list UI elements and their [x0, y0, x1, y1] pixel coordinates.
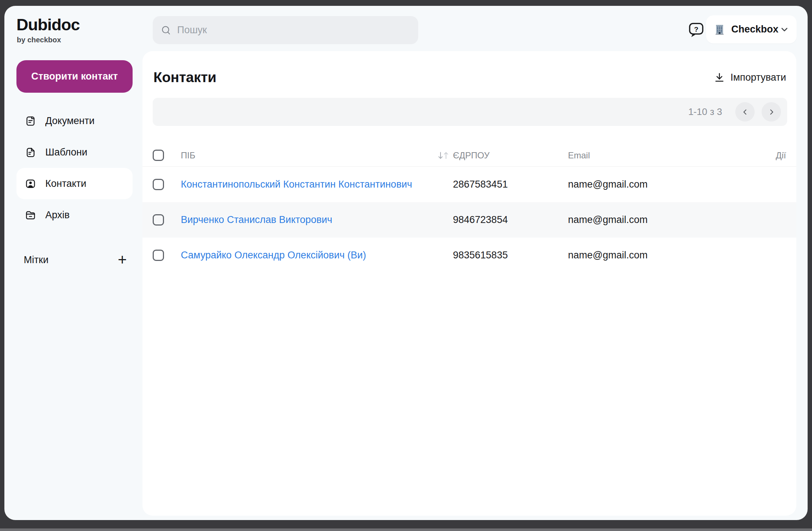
table-header-row: ПІБ	[142, 144, 796, 167]
contact-email: name@gmail.com	[568, 179, 786, 190]
contact-icon	[25, 178, 36, 189]
archive-folder-icon	[25, 209, 36, 221]
table-row: Вирченко Станислав Викторович 9846723854…	[142, 202, 796, 238]
desktop-background: Dubidoc by checkbox Створити контакт Док…	[0, 0, 812, 531]
sidebar: Dubidoc by checkbox Створити контакт Док…	[4, 6, 142, 520]
help-button[interactable]: ?	[688, 21, 705, 38]
create-contact-button[interactable]: Створити контакт	[16, 60, 133, 93]
tags-section: Мітки +	[24, 250, 127, 270]
contacts-panel: Контакти Імпортувати 1-10 з 3	[142, 51, 796, 516]
contact-name-link[interactable]: Самурайко Олександр Олексійович (Ви)	[181, 250, 366, 261]
contact-email: name@gmail.com	[568, 250, 786, 261]
sidebar-item-label: Архів	[45, 209, 70, 221]
import-label: Імпортувати	[731, 72, 786, 83]
contact-edrpou: 9835615835	[453, 250, 568, 261]
contacts-table: ПІБ	[142, 144, 796, 273]
panel-header: Контакти Імпортувати	[142, 51, 796, 91]
contact-edrpou: 2867583451	[453, 179, 568, 190]
sidebar-item-contacts[interactable]: Контакти	[16, 168, 133, 199]
column-header-email: Email	[568, 150, 776, 161]
sidebar-nav: Документи Шаблони	[16, 105, 133, 231]
svg-text:?: ?	[694, 26, 698, 33]
contact-email: name@gmail.com	[568, 214, 786, 226]
table-row: Самурайко Олександр Олексійович (Ви) 983…	[142, 238, 796, 273]
document-icon	[25, 115, 36, 127]
select-all-checkbox[interactable]	[153, 150, 164, 161]
account-name: Checkbox	[731, 24, 778, 35]
chevron-down-icon	[779, 24, 789, 34]
table-row: Константинопольский Константин Константи…	[142, 167, 796, 202]
chevron-right-icon	[767, 108, 775, 116]
column-header-actions: Дії	[776, 150, 786, 161]
page-title: Контакти	[153, 69, 216, 85]
sort-icon[interactable]	[437, 151, 450, 160]
sidebar-item-label: Документи	[45, 115, 95, 127]
sidebar-item-label: Шаблони	[45, 147, 87, 158]
column-header-edrpou: ЄДРПОУ	[453, 150, 568, 161]
add-tag-button[interactable]: +	[118, 252, 127, 268]
pagination-bar: 1-10 з 3	[153, 98, 787, 126]
pagination-next-button[interactable]	[762, 102, 781, 122]
pagination-prev-button[interactable]	[735, 102, 755, 122]
sidebar-item-documents[interactable]: Документи	[16, 105, 133, 136]
search-bar[interactable]	[153, 16, 418, 44]
pagination-range: 1-10 з 3	[688, 106, 722, 118]
import-button[interactable]: Імпортувати	[714, 72, 786, 83]
app-window: Dubidoc by checkbox Створити контакт Док…	[4, 6, 808, 520]
row-checkbox[interactable]	[153, 214, 164, 226]
contact-name-link[interactable]: Константинопольский Константин Константи…	[181, 179, 412, 190]
search-input[interactable]	[177, 24, 410, 36]
sidebar-item-label: Контакти	[45, 178, 86, 189]
account-menu-button[interactable]: Checkbox	[706, 15, 797, 43]
brand-name: Dubidoc	[16, 15, 80, 34]
sidebar-item-templates[interactable]: Шаблони	[16, 136, 133, 168]
template-icon	[25, 147, 36, 158]
brand-tagline: by checkbox	[17, 36, 61, 44]
help-bubble-icon: ?	[688, 21, 705, 38]
download-icon	[714, 72, 725, 83]
column-header-name: ПІБ	[181, 150, 195, 161]
row-checkbox[interactable]	[153, 250, 164, 261]
chevron-left-icon	[741, 108, 749, 116]
row-checkbox[interactable]	[153, 179, 164, 190]
tags-title: Мітки	[24, 254, 49, 266]
sidebar-item-archive[interactable]: Архів	[16, 199, 133, 231]
search-icon	[161, 25, 171, 35]
contact-name-link[interactable]: Вирченко Станислав Викторович	[181, 214, 332, 225]
organization-building-icon	[713, 23, 726, 36]
contact-edrpou: 9846723854	[453, 214, 568, 226]
